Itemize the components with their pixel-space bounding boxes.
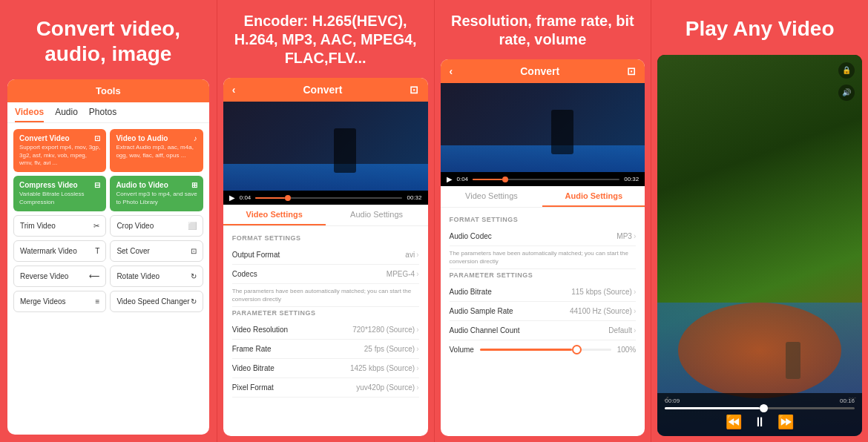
tools-row-2: Compress Video ⊟ Variable Bitrate Lossle… <box>13 176 203 211</box>
time-end-3: 00:32 <box>624 176 639 182</box>
reverse-label: Reverse Video <box>20 272 68 280</box>
tab-photos[interactable]: Photos <box>89 107 116 122</box>
scissors-icon: ✂ <box>93 222 99 230</box>
reverse-video-tool[interactable]: Reverse Video ⟵ <box>13 265 106 287</box>
panel-tools: Convert video, audio, image Tools Videos… <box>0 0 217 442</box>
volume-icon[interactable]: 🔊 <box>838 85 855 101</box>
lock-icon[interactable]: 🔒 <box>838 62 855 79</box>
convert-header-2: ‹ Convert ⊡ <box>223 78 428 102</box>
tab-audio-settings-3[interactable]: Audio Settings <box>542 186 645 207</box>
video-bitrate-value: 1425 kbps (Source) › <box>350 364 419 372</box>
watermark-video-tool[interactable]: Watermark Video T <box>13 240 106 262</box>
rotate-icon: ↻ <box>191 272 197 280</box>
player-controls: 00:09 00:16 ⏪ ⏸ ⏩ <box>657 393 862 436</box>
pixel-format-value: yuv420p (Source) › <box>356 383 418 392</box>
audio-video-icon: ⊞ <box>191 181 197 189</box>
fastforward-button[interactable]: ⏩ <box>777 414 794 430</box>
video-res-label: Video Resolution <box>232 326 288 334</box>
tab-audio[interactable]: Audio <box>55 107 78 122</box>
progress-bar-2[interactable] <box>255 197 402 199</box>
tab-videos[interactable]: Videos <box>15 107 44 122</box>
codecs-row[interactable]: Codecs MPEG-4 › <box>232 265 419 284</box>
compress-icon: ⊟ <box>94 181 100 189</box>
thumbnail-bg-2 <box>223 102 428 191</box>
convert-video-card[interactable]: Convert Video ⊡ Support export mp4, mov,… <box>13 129 106 172</box>
channel-count-label: Audio Channel Count <box>450 326 520 334</box>
export-icon[interactable]: ⊡ <box>410 84 418 96</box>
tab-audio-settings-2[interactable]: Audio Settings <box>326 205 428 225</box>
video-bitrate-row[interactable]: Video Bitrate 1425 kbps (Source) › <box>232 359 419 378</box>
audio-to-video-desc: Convert mp3 to mp4, and save to Photo Li… <box>116 191 197 206</box>
time-end-2: 00:32 <box>407 194 421 201</box>
tab-video-settings-3[interactable]: Video Settings <box>441 186 543 207</box>
pixel-chevron: › <box>416 383 418 392</box>
play-button-2[interactable]: ▶ <box>229 194 235 202</box>
volume-value: 100% <box>617 346 637 354</box>
audio-bitrate-row[interactable]: Audio Bitrate 115 kbps (Source) › <box>450 283 637 302</box>
player-progress-bar[interactable] <box>665 407 855 409</box>
pixel-format-label: Pixel Format <box>232 383 274 392</box>
codecs-chevron: › <box>416 270 418 278</box>
audio-codec-label: Audio Codec <box>450 232 492 240</box>
video-resolution-row[interactable]: Video Resolution 720*1280 (Source) › <box>232 320 419 340</box>
merge-icon: ≡ <box>96 297 100 306</box>
video-bitrate-label: Video Bitrate <box>232 364 274 372</box>
trim-video-label: Trim Video <box>20 222 56 230</box>
panel4-heading: Play Any Video <box>651 0 868 55</box>
back-arrow-icon-3[interactable]: ‹ <box>450 65 453 77</box>
player-progress-fill <box>665 407 760 409</box>
progress-bar-3[interactable] <box>473 179 619 180</box>
convert-screen-2: ‹ Convert ⊡ ▶ 0:04 00:32 Video Settings … <box>223 78 428 436</box>
speed-changer-tool[interactable]: Video Speed Changer ↻ <box>110 291 203 312</box>
compress-video-title: Compress Video ⊟ <box>19 181 100 189</box>
rewind-button[interactable]: ⏪ <box>726 414 742 430</box>
auto-match-text-3: The parameters have been automatically m… <box>450 246 637 269</box>
person-visual <box>786 342 800 379</box>
tools-row-5: Reverse Video ⟵ Rotate Video ↻ <box>13 265 203 287</box>
sample-rate-row[interactable]: Audio Sample Rate 44100 Hz (Source) › <box>450 302 637 321</box>
back-arrow-icon[interactable]: ‹ <box>232 84 236 96</box>
codecs-label: Codecs <box>232 270 257 278</box>
output-format-row[interactable]: Output Format avi › <box>232 245 419 265</box>
player-time-start: 00:09 <box>665 398 680 404</box>
progress-fill-2 <box>255 197 285 199</box>
slider-fill <box>480 349 572 351</box>
settings-content-2: FORMAT SETTINGS Output Format avi › Code… <box>223 226 428 436</box>
rotate-label: Rotate Video <box>116 272 160 280</box>
channel-count-value: Default › <box>608 326 636 334</box>
water-layer-3 <box>441 145 645 172</box>
pixel-format-row[interactable]: Pixel Format yuv420p (Source) › <box>232 378 419 398</box>
codec-chevron: › <box>634 232 636 240</box>
panel-player: Play Any Video 🔒 🔊 ⤢ 〰 00:09 00:16 ⏪ ⏸ <box>651 0 868 442</box>
video-to-audio-card[interactable]: Video to Audio ♪ Extract Audio mp3, aac,… <box>110 129 203 172</box>
crop-video-tool[interactable]: Crop Video ⬜ <box>110 215 203 237</box>
time-start-2: 0:04 <box>240 194 251 201</box>
video-preview-2 <box>223 102 428 191</box>
channel-count-row[interactable]: Audio Channel Count Default › <box>450 321 637 340</box>
player-side-icons: 🔒 🔊 <box>838 62 855 101</box>
tools-row-6: Merge Videos ≡ Video Speed Changer ↻ <box>13 291 203 312</box>
audio-codec-row[interactable]: Audio Codec MP3 › <box>450 227 637 246</box>
panel-encoder: Encoder: H.265(HEVC), H.264, MP3, AAC, M… <box>217 0 434 442</box>
export-icon-3[interactable]: ⊡ <box>627 65 636 77</box>
play-button-3[interactable]: ▶ <box>447 175 453 183</box>
convert-video-title: Convert Video ⊡ <box>19 134 100 142</box>
pause-button[interactable]: ⏸ <box>753 415 766 430</box>
rotate-video-tool[interactable]: Rotate Video ↻ <box>110 265 203 287</box>
frame-rate-row[interactable]: Frame Rate 25 fps (Source) › <box>232 340 419 359</box>
volume-slider[interactable] <box>480 349 611 351</box>
merge-videos-tool[interactable]: Merge Videos ≡ <box>13 291 106 312</box>
tools-screen: Tools Videos Audio Photos Convert Video … <box>7 79 209 435</box>
watermark-icon: T <box>95 247 99 255</box>
volume-label: Volume <box>450 346 474 354</box>
set-cover-tool[interactable]: Set Cover ⊡ <box>110 240 203 262</box>
player-progress-dot <box>760 404 768 412</box>
trim-video-tool[interactable]: Trim Video ✂ <box>13 215 106 237</box>
player-time-row: 00:09 00:16 <box>665 398 855 404</box>
convert-title-2: Convert <box>303 84 343 96</box>
compress-video-card[interactable]: Compress Video ⊟ Variable Bitrate Lossle… <box>13 176 106 211</box>
tab-video-settings-2[interactable]: Video Settings <box>223 205 326 225</box>
sr-chevron: › <box>634 307 636 315</box>
audio-to-video-card[interactable]: Audio to Video ⊞ Convert mp3 to mp4, and… <box>110 176 203 211</box>
crop-video-label: Crop Video <box>116 222 154 230</box>
